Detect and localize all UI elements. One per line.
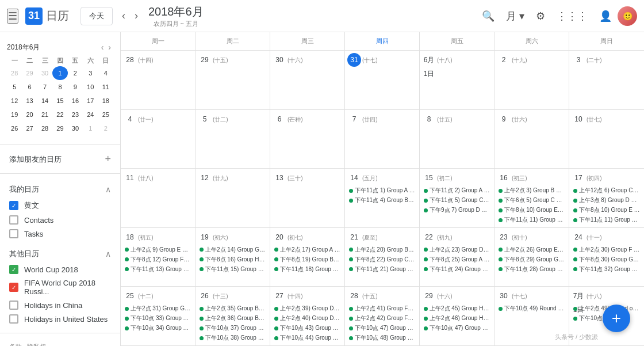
- calendar-date[interactable]: 15: [422, 171, 436, 185]
- calendar-date[interactable]: 18: [123, 230, 137, 244]
- calendar-event[interactable]: 下午8点 16) Group H Col...: [198, 255, 267, 264]
- calendar-event[interactable]: 上午2点 26) Group E Serb...: [497, 245, 566, 254]
- calendar-event[interactable]: 上午2点 3) Group B Portu...: [497, 186, 566, 195]
- calendar-event[interactable]: 下午8点 25) Group A Braz...: [422, 255, 492, 264]
- mini-cal-day[interactable]: 20: [22, 108, 37, 121]
- calendar-date[interactable]: 29: [198, 53, 212, 67]
- calendar-date[interactable]: 21: [347, 230, 361, 244]
- mini-cal-day[interactable]: 30: [68, 121, 83, 135]
- calendar-date[interactable]: 14: [347, 171, 361, 185]
- cal-checkbox[interactable]: [9, 215, 18, 225]
- mini-cal-day[interactable]: 12: [7, 94, 22, 108]
- calendar-event[interactable]: 下午10点 33) Group A Uni...: [123, 314, 193, 323]
- calendar-date[interactable]: 22: [422, 230, 436, 244]
- calendar-event[interactable]: 上午2点 20) Group B Iran...: [347, 245, 417, 254]
- calendar-event[interactable]: 上午2点 39) Group D Nige...: [273, 304, 342, 313]
- today-button[interactable]: 今天: [80, 7, 113, 25]
- calendar-event[interactable]: 上午2点 36) Group B Spa...: [198, 314, 267, 323]
- prev-month-button[interactable]: ‹: [117, 7, 130, 24]
- calendar-event[interactable]: 下午8点 10) Group E Cos...: [497, 206, 566, 215]
- calendar-event[interactable]: 上午2点 46) Group H Pan...: [422, 314, 492, 323]
- mini-cal-day[interactable]: 13: [22, 94, 37, 108]
- calendar-event[interactable]: 下午10点 44) Group E Me...: [273, 333, 342, 343]
- mini-cal-day[interactable]: 27: [22, 121, 37, 135]
- calendar-event[interactable]: 上午2点 17) Group A Rus...: [273, 245, 342, 254]
- calendar-event[interactable]: 下午11点 21) Group C Fra...: [347, 265, 417, 274]
- calendar-date[interactable]: 13: [273, 171, 286, 185]
- cal-checkbox[interactable]: ✓: [9, 201, 18, 210]
- calendar-event[interactable]: 下午11点 15) Group H Po...: [198, 265, 267, 274]
- mini-cal-day[interactable]: 19: [7, 108, 22, 121]
- calendar-event[interactable]: 下午11点 18) Group A Uni...: [273, 265, 342, 274]
- calendar-event[interactable]: 上午2点 14) Group G Tun...: [198, 245, 267, 254]
- calendar-date[interactable]: 16: [497, 171, 511, 185]
- cal-checkbox[interactable]: ✓: [9, 265, 18, 274]
- calendar-date[interactable]: 10: [572, 112, 585, 126]
- calendar-event[interactable]: 下午10点 47) Group G Ja...: [422, 324, 492, 333]
- mini-cal-day[interactable]: 1: [83, 121, 98, 135]
- other-cal-item[interactable]: Holidays in United States: [0, 312, 120, 326]
- calendar-date[interactable]: 28: [123, 53, 137, 67]
- calendar-event[interactable]: 下午10点 47) Group G Ja...: [347, 324, 417, 333]
- mini-cal-day[interactable]: 2: [68, 66, 83, 80]
- calendar-date[interactable]: 7: [347, 112, 361, 126]
- calendar-event[interactable]: 上午2点 35) Group B Iran...: [198, 304, 267, 313]
- mini-cal-day[interactable]: 17: [83, 94, 98, 108]
- mini-cal-day[interactable]: 2: [98, 121, 113, 135]
- calendar-event[interactable]: 上午2点 30) Group F Gerr...: [572, 245, 642, 254]
- calendar-event[interactable]: 上午2点 42) Group F Swit...: [347, 314, 417, 323]
- calendar-date[interactable]: 30: [497, 289, 511, 303]
- calendar-event[interactable]: 下午10点 49) Round of 16...: [497, 304, 566, 313]
- other-cal-item[interactable]: Holidays in China: [0, 298, 120, 312]
- cal-checkbox[interactable]: [9, 301, 18, 310]
- calendar-event[interactable]: 下午11点 1) Group A Rus...: [347, 186, 417, 195]
- mini-cal-day[interactable]: 3: [83, 66, 98, 80]
- mini-cal-day[interactable]: 8: [52, 80, 67, 94]
- settings-button[interactable]: ⚙: [530, 6, 551, 26]
- calendar-event[interactable]: 下午8点 10) Group E Cos...: [572, 206, 642, 215]
- my-cal-item[interactable]: Contacts: [0, 213, 120, 227]
- calendar-date[interactable]: 9: [497, 112, 511, 126]
- other-calendar-header[interactable]: 其他日历 ∧: [0, 245, 120, 263]
- next-month-button[interactable]: ›: [130, 7, 143, 24]
- mini-cal-day[interactable]: 26: [7, 121, 22, 135]
- calendar-event[interactable]: 上午2点 40) Group D Ice...: [273, 314, 342, 323]
- mini-cal-day[interactable]: 25: [98, 108, 113, 121]
- calendar-date[interactable]: 23: [497, 230, 511, 244]
- mini-cal-prev[interactable]: ‹: [99, 41, 106, 53]
- mini-cal-day[interactable]: 9: [68, 80, 83, 94]
- calendar-date[interactable]: 29: [422, 289, 436, 303]
- cal-checkbox[interactable]: [9, 314, 18, 324]
- calendar-date[interactable]: 2: [497, 53, 511, 67]
- calendar-date[interactable]: 27: [273, 289, 286, 303]
- calendar-date[interactable]: 31: [347, 53, 361, 67]
- calendar-date[interactable]: 17: [572, 171, 585, 185]
- mini-cal-day[interactable]: 5: [7, 80, 22, 94]
- calendar-event[interactable]: 下午11点 13) Group G Be...: [123, 265, 193, 274]
- calendar-date[interactable]: 6: [273, 112, 286, 126]
- calendar-event[interactable]: 下午10点 43) Group E So...: [273, 324, 342, 333]
- search-button[interactable]: 🔍: [476, 6, 500, 26]
- calendar-event[interactable]: 下午8点 12) Group F Swe...: [123, 255, 193, 264]
- my-cal-item[interactable]: ✓黄文: [0, 198, 120, 213]
- mini-cal-day[interactable]: 24: [83, 108, 98, 121]
- calendar-date[interactable]: 28: [347, 289, 361, 303]
- calendar-date[interactable]: 25: [123, 289, 137, 303]
- avatar[interactable]: 🙂: [618, 6, 637, 26]
- add-friend-row[interactable]: 添加朋友的日历 +: [0, 150, 120, 169]
- calendar-event[interactable]: 下午8点 29) Group G Belg...: [497, 255, 566, 264]
- calendar-event[interactable]: 下午6点 5) Group C Franc...: [497, 196, 566, 205]
- calendar-date[interactable]: 24: [572, 230, 585, 244]
- mini-cal-next[interactable]: ›: [106, 41, 113, 53]
- mini-cal-day[interactable]: 16: [68, 94, 83, 108]
- calendar-event[interactable]: 下午11点 11) Group F Ge...: [572, 215, 642, 225]
- mini-cal-day[interactable]: 14: [37, 94, 52, 108]
- mini-cal-day[interactable]: 28: [7, 66, 22, 80]
- calendar-date[interactable]: 19: [198, 230, 212, 244]
- calendar-event[interactable]: 上午3点 8) Group D Croat...: [572, 196, 642, 205]
- calendar-event[interactable]: 下午11点 24) Group D Nic...: [422, 265, 492, 274]
- calendar-date[interactable]: 11: [123, 171, 137, 185]
- cal-checkbox[interactable]: ✓: [9, 283, 18, 292]
- calendar-date[interactable]: 30: [273, 53, 286, 67]
- mini-cal-day[interactable]: 29: [52, 121, 67, 135]
